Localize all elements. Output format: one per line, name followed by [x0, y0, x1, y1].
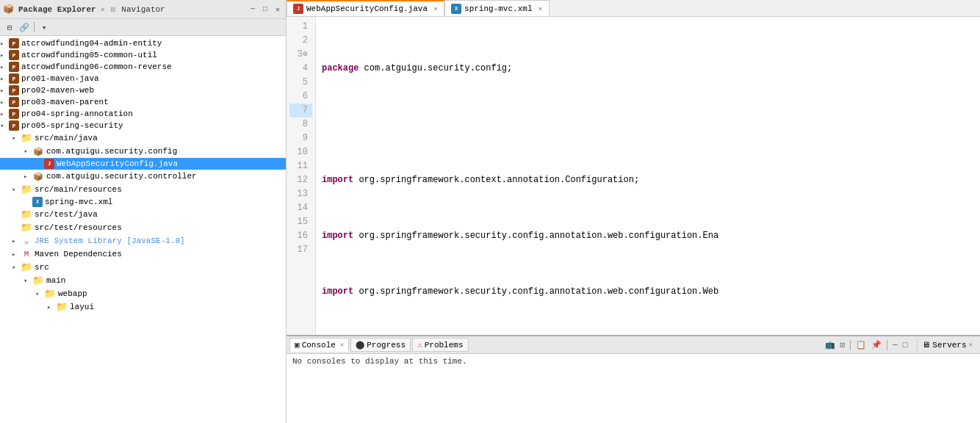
maximize-console-btn[interactable]: □	[901, 340, 909, 350]
panel-tab-close[interactable]: ✕	[101, 5, 105, 14]
tree-item-spring-mvc[interactable]: X spring-mvc.xml	[0, 196, 286, 208]
close-panel-button[interactable]: ✕	[273, 4, 283, 15]
xml-tab-close[interactable]: ✕	[538, 4, 542, 13]
proj2-label: atcrowdfunding05-common-util	[21, 51, 157, 59]
collapse-all-button[interactable]: ⊟	[3, 21, 16, 34]
tree-item-proj1[interactable]: P atcrowdfunding04-admin-entity	[0, 37, 286, 49]
clear-console-btn[interactable]: ⊡	[839, 339, 847, 350]
pkg-config-label: com.atguigu.security.config	[46, 147, 177, 156]
java-file-icon: J	[44, 159, 54, 169]
tree-item-webapp[interactable]: 📁 webapp	[0, 287, 286, 300]
console-separator2	[887, 340, 887, 350]
tree-arrow-jre[interactable]	[12, 237, 21, 245]
tree-item-proj4[interactable]: P pro01-maven-java	[0, 73, 286, 84]
panel-title-area: 📦 Package Explorer ✕ ⊠ Navigator	[3, 4, 165, 15]
proj7-label: pro04-spring-annotation	[21, 109, 133, 118]
tab-java[interactable]: J WebAppSecurityConfig.java ✕	[287, 0, 444, 16]
src-folder-icon: 📁	[21, 132, 32, 144]
xml-tab-icon: X	[451, 4, 461, 14]
tree-arrow-proj7[interactable]	[0, 110, 9, 118]
line-num-16: 16	[289, 229, 312, 243]
editor-area[interactable]: 1 2 3⊕ 4 5 6 7 8 9 10 11 12 13 14	[287, 17, 980, 335]
tree-item-jre[interactable]: ☕ JRE System Library [JavaSE-1.8]	[0, 234, 286, 247]
tree-item-pkg-controller[interactable]: 📦 com.atguigu.security.controller	[0, 170, 286, 183]
main-folder-icon: 📁	[32, 275, 44, 286]
project-icon-proj4: P	[9, 73, 19, 84]
src-res-folder-icon: 📁	[21, 184, 32, 195]
spring-mvc-label: spring-mvc.xml	[45, 198, 112, 206]
tree-arrow-src-main-res[interactable]	[12, 186, 21, 194]
progress-tab-label: Progress	[367, 341, 406, 350]
tree-item-src-test-java[interactable]: 📁 src/test/java	[0, 208, 286, 221]
tree-item-src-main-res[interactable]: 📁 src/main/resources	[0, 183, 286, 196]
code-line-3: import org.springframework.context.annot…	[322, 173, 974, 187]
link-with-editor-button[interactable]: 🔗	[18, 21, 31, 34]
minimize-console-btn[interactable]: ─	[891, 340, 899, 350]
servers-label: Servers	[932, 341, 966, 350]
tree-arrow-src[interactable]	[12, 264, 21, 272]
no-console-message: No consoles to display at this time.	[292, 357, 467, 366]
console-tab-problems[interactable]: ⚠ Problems	[412, 338, 468, 352]
tree-arrow-proj3[interactable]	[0, 63, 9, 71]
tree-arrow-pkg-controller[interactable]	[24, 173, 32, 181]
console-tab-label: Console	[302, 341, 336, 350]
line-num-10: 10	[289, 145, 312, 159]
tree-item-maven-deps[interactable]: M Maven Dependencies	[0, 247, 286, 261]
folder-icon-test-java: 📁	[21, 209, 32, 220]
console-tab-console[interactable]: ▣ Console ✕	[289, 338, 349, 352]
scroll-lock-btn[interactable]: 📋	[854, 339, 868, 350]
tree-arrow-proj6[interactable]	[0, 98, 9, 106]
src-main-res-label: src/main/resources	[35, 185, 122, 194]
tree-arrow-maven-deps[interactable]	[12, 250, 21, 258]
navigator-tab[interactable]: Navigator	[121, 5, 165, 14]
console-tab-progress[interactable]: ⬤ Progress	[350, 338, 411, 352]
line-num-1: 1	[289, 20, 312, 34]
tree-view[interactable]: P atcrowdfunding04-admin-entity P atcrow…	[0, 36, 286, 423]
view-menu-button[interactable]: ▾	[37, 21, 51, 34]
tree-item-src-main-java[interactable]: 📁 src/main/java	[0, 131, 286, 145]
servers-tab-close[interactable]: ✕	[969, 341, 973, 349]
line-num-5: 5	[289, 76, 312, 90]
tree-arrow-proj5[interactable]	[0, 87, 9, 95]
java-tab-close[interactable]: ✕	[433, 4, 438, 13]
webapp-label: webapp	[58, 289, 87, 298]
console-tab-close[interactable]: ✕	[340, 341, 344, 349]
tree-arrow-webapp[interactable]	[35, 290, 44, 298]
tree-item-webappconfig[interactable]: J WebAppSecurityConfig.java	[0, 158, 286, 170]
tree-item-src-test-res[interactable]: 📁 src/test/resources	[0, 221, 286, 234]
tree-item-proj5[interactable]: P pro02-maven-web	[0, 84, 286, 96]
project-icon-proj3: P	[9, 62, 19, 72]
tree-arrow-pkg-config[interactable]	[24, 148, 32, 156]
main-label: main	[46, 276, 65, 285]
tree-arrow-proj4[interactable]	[0, 75, 9, 83]
servers-tab[interactable]: 🖥 Servers ✕	[917, 339, 977, 351]
tree-arrow-proj1[interactable]	[0, 40, 9, 48]
tree-item-proj3[interactable]: P atcrowdfunding06-common-reverse	[0, 61, 286, 73]
tree-arrow-layui[interactable]	[47, 303, 56, 311]
tree-item-proj2[interactable]: P atcrowdfunding05-common-util	[0, 49, 286, 61]
minimize-button[interactable]: ─	[248, 4, 258, 15]
tree-item-src[interactable]: 📁 src	[0, 261, 286, 274]
tab-xml[interactable]: X spring-mvc.xml ✕	[444, 0, 549, 16]
project-icon-proj7: P	[9, 109, 19, 119]
tree-item-proj6[interactable]: P pro03-maven-parent	[0, 96, 286, 108]
main-area: 📦 Package Explorer ✕ ⊠ Navigator ─ □ ✕ ⊟…	[0, 0, 980, 423]
jre-icon: ☕	[21, 235, 32, 247]
tree-arrow-proj2[interactable]	[0, 51, 9, 59]
tree-item-proj8[interactable]: P pro05-spring-security	[0, 120, 286, 131]
panel-controls: ─ □ ✕	[248, 4, 283, 15]
maximize-button[interactable]: □	[260, 4, 270, 15]
pin-console-btn[interactable]: 📌	[870, 339, 883, 350]
tree-arrow-proj8[interactable]	[0, 122, 9, 130]
tree-item-proj7[interactable]: P pro04-spring-annotation	[0, 108, 286, 120]
proj3-label: atcrowdfunding06-common-reverse	[21, 62, 172, 71]
left-panel: 📦 Package Explorer ✕ ⊠ Navigator ─ □ ✕ ⊟…	[0, 0, 287, 423]
new-console-btn[interactable]: 📺	[824, 339, 837, 350]
tree-item-layui[interactable]: 📁 layui	[0, 300, 286, 314]
tree-arrow-main[interactable]	[24, 277, 32, 285]
src-label: src	[35, 263, 49, 272]
line-num-15: 15	[289, 215, 312, 229]
tree-arrow-src-main-java[interactable]	[12, 134, 21, 142]
tree-item-main[interactable]: 📁 main	[0, 274, 286, 287]
tree-item-pkg-config[interactable]: 📦 com.atguigu.security.config	[0, 145, 286, 158]
